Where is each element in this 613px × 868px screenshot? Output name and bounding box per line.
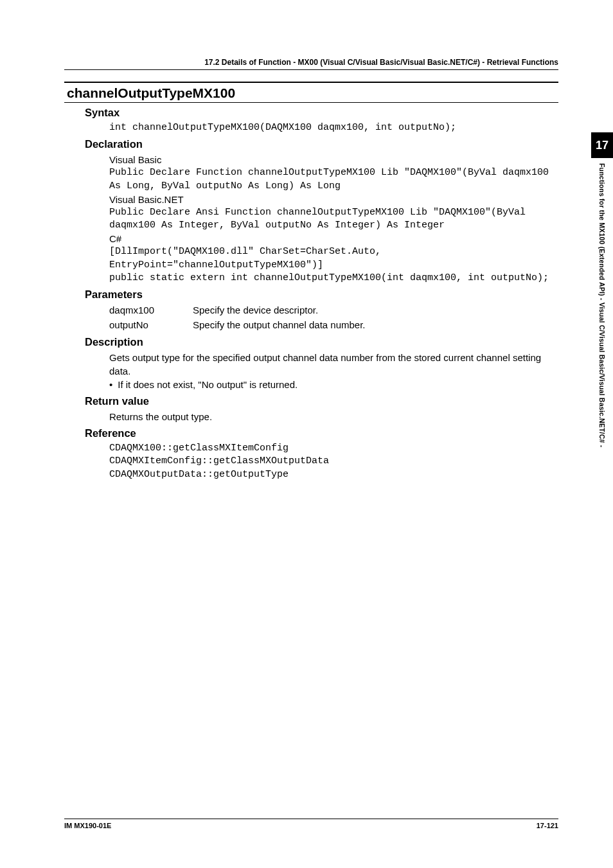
bullet-icon: • <box>109 378 112 391</box>
param-desc: Specify the output channel data number. <box>193 318 366 333</box>
description-text: Gets output type for the specified outpu… <box>109 351 558 378</box>
function-title: channelOutputTypeMX100 <box>64 82 558 103</box>
vb-label: Visual Basic <box>109 153 558 166</box>
cs-label: C# <box>109 232 558 245</box>
parameters-heading: Parameters <box>85 288 558 301</box>
param-name: daqmx100 <box>109 303 193 318</box>
declaration-heading: Declaration <box>85 138 558 150</box>
param-desc: Specify the device descriptor. <box>193 303 318 318</box>
page-header: 17.2 Details of Function - MX00 (Visual … <box>64 58 558 70</box>
footer-left: IM MX190-01E <box>64 822 111 829</box>
vbnet-label: Visual Basic.NET <box>109 193 558 206</box>
syntax-heading: Syntax <box>85 107 558 119</box>
param-name: outputNo <box>109 318 193 333</box>
page-footer: IM MX190-01E 17-121 <box>64 819 558 829</box>
footer-right: 17-121 <box>537 822 558 829</box>
param-row: daqmx100 Specify the device descriptor. <box>109 303 558 318</box>
syntax-code: int channelOutputTypeMX100(DAQMX100 daqm… <box>109 121 558 134</box>
param-row: outputNo Specify the output channel data… <box>109 318 558 333</box>
description-bullet: • If it does not exist, "No output" is r… <box>109 378 558 391</box>
vb-code: Public Declare Function channelOutputTyp… <box>109 166 558 193</box>
vbnet-code: Public Declare Ansi Function channelOutp… <box>109 206 558 233</box>
cs-code: [DllImport("DAQMX100.dll" CharSet=CharSe… <box>109 245 558 285</box>
side-tab: 17 Functions for the MX100 (Extended API… <box>591 132 613 447</box>
chapter-number-box: 17 <box>591 132 613 158</box>
side-tab-text: Functions for the MX100 (Extended API) -… <box>598 163 606 447</box>
chapter-number: 17 <box>596 139 609 152</box>
bullet-text: If it does not exist, "No output" is ret… <box>118 378 298 391</box>
return-text: Returns the output type. <box>109 410 558 423</box>
description-heading: Description <box>85 336 558 348</box>
reference-heading: Reference <box>85 427 558 439</box>
reference-code: CDAQMX100::getClassMXItemConfig CDAQMXIt… <box>109 442 558 481</box>
return-heading: Return value <box>85 395 558 407</box>
